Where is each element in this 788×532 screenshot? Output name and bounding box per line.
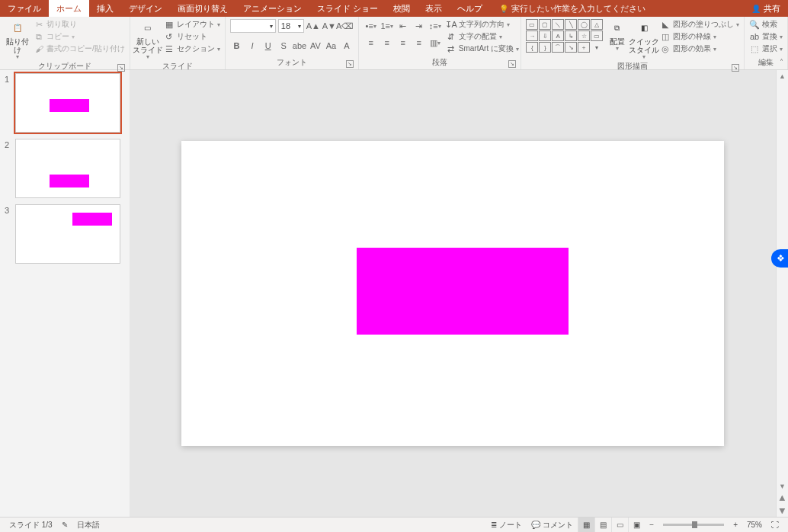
slide-thumbnail-3[interactable]: [15, 204, 120, 264]
zoom-out-button[interactable]: −: [645, 518, 658, 532]
shape-arrowr[interactable]: →: [526, 30, 538, 41]
font-size-combo[interactable]: 18▾: [278, 19, 304, 33]
shape-outline-button[interactable]: ◫図形の枠線: [660, 31, 739, 42]
tab-ヘルプ[interactable]: ヘルプ: [450, 0, 490, 17]
tell-me-search[interactable]: 実行したい作業を入力してください: [499, 3, 645, 14]
shape-star[interactable]: ☆: [578, 30, 590, 41]
shape-line[interactable]: ＼: [552, 19, 564, 30]
shadow-button[interactable]: S: [277, 39, 290, 53]
text-direction-button[interactable]: ↧A文字列の方向: [446, 19, 519, 30]
slide-canvas[interactable]: [181, 141, 724, 446]
increase-indent-button[interactable]: ⇥: [412, 19, 427, 33]
tab-校閲[interactable]: 校閲: [386, 0, 418, 17]
vertical-scrollbar[interactable]: ▲ ▼ ⯅ ⯆ ❖: [776, 70, 788, 517]
justify-button[interactable]: ≡: [412, 36, 427, 50]
shape-rr[interactable]: ▭: [591, 30, 603, 41]
slide-thumbnail-1[interactable]: [15, 73, 120, 133]
line-spacing-button[interactable]: ↕≡: [428, 19, 443, 33]
tab-スライド ショー[interactable]: スライド ショー: [309, 0, 386, 17]
scroll-track[interactable]: [777, 82, 788, 480]
shape-effects-button[interactable]: ◎図形の効果: [660, 43, 739, 54]
find-button[interactable]: 🔍検索: [749, 19, 783, 30]
slide-layout-button[interactable]: ▦レイアウト: [164, 19, 220, 30]
clipboard-launcher[interactable]: ↘: [117, 64, 125, 72]
language-status[interactable]: 日本語: [72, 518, 104, 532]
format-painter-button[interactable]: 🖌書式のコピー/貼り付け: [34, 43, 125, 54]
shape-tri[interactable]: △: [591, 19, 603, 30]
shape-oval[interactable]: ◯: [578, 19, 590, 30]
paste-button[interactable]: 📋 貼り付け: [5, 19, 30, 61]
font-family-combo[interactable]: ▾: [230, 19, 276, 33]
convert-smartart-button[interactable]: ⇄SmartArt に変換: [446, 43, 519, 54]
align-text-button[interactable]: ⇵文字の配置: [446, 31, 519, 42]
tab-デザイン[interactable]: デザイン: [121, 0, 170, 17]
shapes-gallery[interactable]: ▭▢＼╲◯△ →⇩A↳☆▭ {}⌒↘＋▾: [526, 19, 603, 53]
shape-arrowd[interactable]: ⇩: [539, 30, 551, 41]
numbering-button[interactable]: 1≡: [380, 19, 395, 33]
slide-thumbnail-2[interactable]: [15, 139, 120, 198]
scroll-down-button[interactable]: ▼: [777, 480, 788, 492]
italic-button[interactable]: I: [245, 39, 259, 53]
section-button[interactable]: ☰セクション: [164, 43, 220, 54]
share-button[interactable]: 共有: [751, 3, 780, 14]
paragraph-launcher[interactable]: ↘: [508, 60, 516, 68]
normal-view-button[interactable]: ▦: [578, 518, 594, 532]
slide-editor[interactable]: [130, 70, 776, 517]
new-slide-button[interactable]: ▭ 新しい スライド: [135, 19, 161, 61]
replace-button[interactable]: ab置換: [749, 31, 783, 42]
font-color-button[interactable]: A: [340, 39, 354, 53]
bold-button[interactable]: B: [230, 39, 244, 53]
magenta-rectangle-shape[interactable]: [357, 248, 569, 335]
zoom-slider[interactable]: [663, 524, 724, 526]
tab-画面切り替え[interactable]: 画面切り替え: [170, 0, 235, 17]
align-center-button[interactable]: ≡: [380, 36, 395, 50]
grow-font-button[interactable]: A▲: [306, 19, 320, 33]
prev-slide-button[interactable]: ⯅: [777, 492, 788, 505]
shape-text[interactable]: A: [552, 30, 564, 41]
shape-fill-button[interactable]: ◣図形の塗りつぶし: [660, 19, 739, 30]
shape-brace[interactable]: {: [526, 42, 538, 53]
dropbox-badge-icon[interactable]: ❖: [771, 249, 788, 268]
next-slide-button[interactable]: ⯆: [777, 505, 788, 517]
bullets-button[interactable]: •≡: [364, 19, 379, 33]
fit-to-window-button[interactable]: ⛶: [767, 518, 783, 532]
collapse-ribbon-button[interactable]: ˄: [780, 58, 783, 66]
notes-button[interactable]: ≣ ノート: [486, 518, 527, 532]
tab-アニメーション[interactable]: アニメーション: [235, 0, 309, 17]
shape-plus[interactable]: ＋: [578, 42, 590, 53]
shape-ll[interactable]: ↳: [565, 30, 577, 41]
slideshow-view-button[interactable]: ▣: [628, 518, 645, 532]
zoom-in-button[interactable]: +: [729, 518, 742, 532]
comments-button[interactable]: 💬 コメント: [527, 518, 578, 532]
spellcheck-status[interactable]: ✎: [57, 518, 72, 532]
reset-slide-button[interactable]: ↺リセット: [164, 31, 220, 42]
select-button[interactable]: ⬚選択: [749, 43, 783, 54]
tab-表示[interactable]: 表示: [418, 0, 450, 17]
tab-挿入[interactable]: 挿入: [89, 0, 121, 17]
zoom-slider-knob[interactable]: [692, 521, 697, 528]
scroll-up-button[interactable]: ▲: [777, 70, 788, 82]
columns-button[interactable]: ▥: [428, 36, 443, 50]
sorter-view-button[interactable]: ▤: [594, 518, 611, 532]
shape-rect[interactable]: ▭: [526, 19, 538, 30]
shapes-more[interactable]: ▾: [591, 42, 603, 53]
quick-styles-button[interactable]: ◧ クイック スタイル: [631, 19, 657, 61]
arrange-button[interactable]: ⧉ 配置: [606, 19, 628, 53]
slide-counter[interactable]: スライド 1/3: [5, 518, 57, 532]
slide-thumbnail-panel[interactable]: 123: [0, 70, 130, 517]
clear-format-button[interactable]: A⌫: [338, 19, 352, 33]
shape-conn[interactable]: ↘: [565, 42, 577, 53]
align-right-button[interactable]: ≡: [396, 36, 411, 50]
underline-button[interactable]: U: [261, 39, 275, 53]
shape-arc[interactable]: ⌒: [552, 42, 564, 53]
shrink-font-button[interactable]: A▼: [322, 19, 336, 33]
font-launcher[interactable]: ↘: [346, 60, 354, 68]
cut-button[interactable]: ✂切り取り: [34, 19, 125, 30]
char-spacing-button[interactable]: AV: [309, 39, 322, 53]
copy-button[interactable]: ⧉コピー: [34, 31, 125, 42]
tab-ホーム[interactable]: ホーム: [49, 0, 89, 17]
reading-view-button[interactable]: ▭: [611, 518, 628, 532]
strike-button[interactable]: abe: [293, 39, 306, 53]
tab-ファイル[interactable]: ファイル: [0, 0, 49, 17]
shape-rrect[interactable]: ▢: [539, 19, 551, 30]
